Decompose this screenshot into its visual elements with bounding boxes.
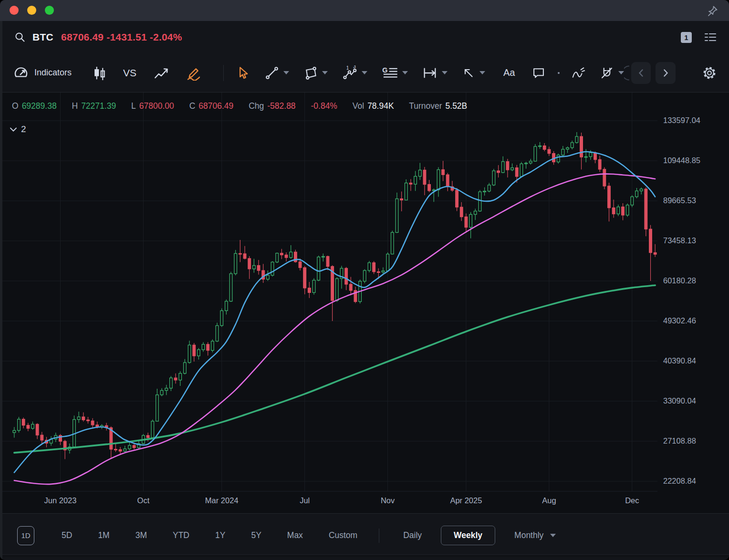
period-daily-button[interactable]: Daily (391, 530, 434, 540)
range-5y-button[interactable]: 5Y (238, 530, 274, 540)
time-tick-label: Jul (300, 496, 310, 505)
trend-line-tool[interactable] (265, 66, 289, 80)
chevron-right-icon (661, 68, 670, 78)
price-range-tool[interactable] (422, 65, 448, 81)
arrow-tool[interactable] (462, 66, 485, 80)
indicators-button[interactable]: Indicators (13, 65, 72, 81)
left-edge-strip (0, 21, 2, 560)
chevron-down-icon[interactable] (442, 71, 448, 74)
period-weekly-button[interactable]: Weekly (441, 526, 495, 545)
symbol-bar[interactable]: BTC 68706.49 -1431.51 -2.04% 1 (0, 21, 729, 53)
price-axis[interactable]: 133597.04109448.8589665.5373458.1360180.… (657, 93, 729, 491)
comment-tool[interactable] (532, 66, 545, 80)
symbol-quote: 68706.49 -1431.51 -2.04% (61, 31, 182, 43)
indicators-label: Indicators (34, 68, 72, 78)
minimize-button[interactable] (27, 6, 36, 15)
volume-label: Vol (353, 101, 364, 111)
pin-icon[interactable] (706, 5, 719, 17)
svg-text:1: 1 (346, 65, 349, 71)
compare-symbols-button[interactable]: VS (123, 67, 136, 79)
price-tick-label: 49302.46 (663, 316, 696, 325)
time-tick-label: Jun 2023 (44, 496, 77, 505)
chevron-down-icon[interactable] (402, 71, 408, 74)
chevron-down-icon[interactable] (479, 71, 485, 74)
close-value: 68706.49 (198, 101, 233, 111)
high-value: 72271.39 (81, 101, 116, 111)
range-1y-button[interactable]: 1Y (202, 530, 238, 540)
draw-pencil-icon (186, 65, 201, 81)
time-axis[interactable]: Jun 2023OctMar 2024JulNovApr 2025AugDec (0, 491, 657, 514)
chart-toolbar: Indicators VS (0, 53, 729, 93)
gann-tool[interactable]: G (382, 65, 408, 81)
close-label: C (189, 101, 196, 111)
cursor-icon (236, 66, 250, 80)
time-tick-label: Mar 2024 (205, 496, 239, 505)
chevron-down-icon[interactable] (283, 71, 289, 74)
comment-icon (532, 66, 545, 80)
time-tick-label: Nov (381, 496, 395, 505)
range-5d-button[interactable]: 5D (49, 530, 85, 540)
volume-value: 78.94K (367, 101, 394, 111)
range-1m-button[interactable]: 1M (85, 530, 122, 540)
turnover-value: 5.52B (446, 101, 468, 111)
close-button[interactable] (10, 6, 19, 15)
draw-button[interactable] (186, 65, 201, 81)
cursor-tool[interactable] (236, 66, 250, 80)
chevron-down-icon[interactable] (550, 534, 556, 537)
low-value: 67800.00 (139, 101, 174, 111)
back-button[interactable] (631, 62, 651, 84)
dot-separator-icon (558, 72, 560, 74)
chevron-down-icon (10, 127, 17, 132)
change-pct-value: -0.84% (311, 101, 337, 111)
range-ytd-button[interactable]: YTD (160, 530, 202, 540)
change-label: Chg (249, 101, 264, 111)
range-1d-button[interactable]: 1D (17, 526, 34, 545)
compare-icon (154, 65, 169, 81)
symbol-name[interactable]: BTC (32, 31, 53, 43)
magnet-tool[interactable] (600, 66, 624, 80)
low-label: L (131, 101, 136, 111)
price-tick-label: 22208.84 (663, 477, 696, 486)
freehand-icon (571, 66, 585, 80)
trend-line-icon (265, 66, 279, 80)
zoom-button[interactable] (45, 6, 54, 15)
range-max-button[interactable]: Max (274, 530, 316, 540)
timeframe-divider (379, 529, 379, 543)
panel-collapse-icon[interactable] (624, 63, 630, 83)
settings-button[interactable] (702, 66, 717, 80)
indicator-collapse-toggle[interactable]: 2 (10, 124, 26, 135)
chevron-down-icon[interactable] (362, 71, 367, 74)
chevron-down-icon[interactable] (322, 71, 328, 74)
vs-label: VS (123, 67, 136, 79)
range-custom-button[interactable]: Custom (316, 530, 370, 540)
time-tick-label: Apr 2025 (450, 496, 482, 505)
forward-button[interactable] (656, 62, 676, 84)
chart-count-badge[interactable]: 1 (681, 32, 692, 43)
watchlist-icon[interactable] (704, 31, 717, 43)
range-3m-button[interactable]: 3M (123, 530, 160, 540)
performance-chart-button[interactable] (154, 65, 169, 81)
window-bottom-edge (0, 554, 729, 557)
price-range-icon (422, 65, 437, 81)
text-tool-label: Aa (503, 67, 515, 78)
svg-text:G: G (382, 66, 387, 74)
chart-style-button[interactable] (93, 66, 107, 80)
toolbar-divider (223, 65, 224, 81)
price-tick-label: 60180.28 (663, 276, 696, 285)
shape-tool[interactable] (303, 66, 328, 80)
annotation-points-tool[interactable]: 1 3 (342, 65, 367, 81)
search-icon[interactable] (14, 31, 26, 43)
time-tick-label: Dec (625, 496, 639, 505)
app-window: BTC 68706.49 -1431.51 -2.04% 1 Indicator… (0, 0, 729, 560)
freehand-tool[interactable] (571, 66, 585, 80)
chevron-down-icon[interactable] (618, 71, 624, 74)
period-monthly-button[interactable]: Monthly (502, 530, 568, 540)
indicator-count: 2 (21, 124, 26, 135)
title-bar[interactable] (0, 0, 729, 21)
text-tool[interactable]: Aa (503, 67, 515, 78)
ma-line-MA-fast (14, 152, 655, 473)
gauge-icon (13, 65, 29, 81)
chevron-left-icon (636, 68, 646, 78)
turnover-label: Turnover (409, 101, 442, 111)
candlestick-plot[interactable] (0, 93, 729, 514)
